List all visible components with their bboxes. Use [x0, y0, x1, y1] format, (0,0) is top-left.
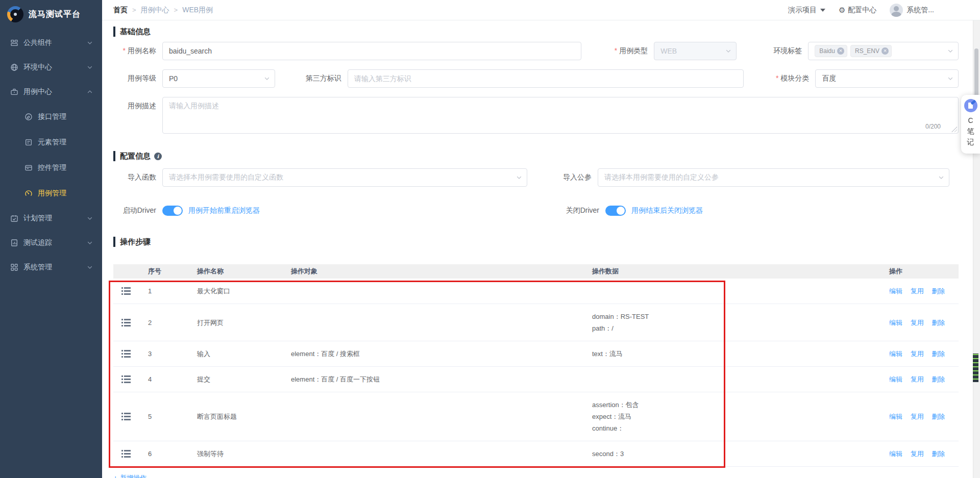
sidebar-item-plan-management[interactable]: 计划管理 — [0, 206, 102, 231]
app-logo: 流马测试平台 — [0, 0, 102, 29]
sidebar-item-common-components[interactable]: 公共组件 — [0, 31, 102, 55]
drag-handle-icon[interactable] — [121, 413, 138, 420]
sidebar-item-case-management[interactable]: 用例管理 — [0, 181, 102, 206]
chevron-down-icon — [264, 76, 270, 82]
add-step-button[interactable]: 新增操作 — [113, 473, 159, 478]
step-target — [286, 447, 587, 461]
section-basic-info: 基础信息 — [113, 26, 959, 38]
user-menu[interactable]: 系统管... — [890, 4, 934, 17]
gauge-icon — [24, 189, 33, 197]
drag-handle-icon[interactable] — [121, 287, 138, 295]
close-driver-toggle[interactable] — [605, 206, 626, 216]
import-params-label: 导入公参 — [527, 173, 598, 182]
breadcrumb-current: WEB用例 — [182, 6, 213, 15]
third-party-id-input[interactable] — [348, 69, 744, 88]
delete-link[interactable]: 删除 — [932, 450, 945, 458]
note-pen-icon — [964, 99, 977, 112]
app-logo-icon — [7, 6, 23, 22]
edit-link[interactable]: 编辑 — [889, 375, 902, 383]
drag-handle-icon[interactable] — [121, 375, 138, 383]
copy-link[interactable]: 复用 — [911, 350, 924, 358]
scrollbar-track[interactable] — [973, 20, 980, 478]
case-name-label: 用例名称 — [113, 46, 162, 56]
content: 基础信息 用例名称 用例类型 WEB 环境标签 Baidu — [102, 20, 980, 478]
close-driver-hint: 用例结束后关闭浏览器 — [631, 206, 703, 215]
briefcase-icon — [10, 88, 18, 96]
edit-link[interactable]: 编辑 — [889, 287, 902, 295]
env-tags-select[interactable]: Baidu RS_ENV — [808, 42, 959, 60]
step-target: element：百度 / 百度一下按钮 — [286, 367, 587, 392]
step-name: 提交 — [192, 367, 286, 392]
case-type-label: 用例类型 — [581, 46, 654, 56]
delete-link[interactable]: 删除 — [932, 413, 945, 420]
info-icon[interactable]: i — [154, 153, 162, 160]
sidebar-item-control-management[interactable]: 控件管理 — [0, 155, 102, 181]
components-icon — [10, 39, 18, 47]
copy-link[interactable]: 复用 — [911, 375, 924, 383]
step-no: 5 — [143, 404, 192, 429]
table-row: 1 最大化窗口 编辑 复用 删除 — [113, 279, 959, 304]
case-level-select[interactable]: P0 — [162, 69, 275, 88]
env-tags-label: 环境标签 — [737, 46, 808, 56]
tag-close-icon[interactable] — [837, 47, 844, 55]
copy-link[interactable]: 复用 — [911, 413, 924, 420]
sidebar-item-system-management[interactable]: 系统管理 — [0, 255, 102, 280]
edit-link[interactable]: 编辑 — [889, 350, 902, 358]
sidebar-item-element-management[interactable]: 元素管理 — [0, 130, 102, 155]
delete-link[interactable]: 删除 — [932, 375, 945, 383]
chevron-down-icon — [87, 264, 93, 270]
edit-link[interactable]: 编辑 — [889, 319, 902, 326]
import-params-select[interactable]: 请选择本用例需要使用的自定义公参 — [598, 168, 949, 187]
case-type-select[interactable]: WEB — [654, 42, 737, 60]
breadcrumb-case-center[interactable]: 用例中心 — [141, 6, 169, 15]
delete-link[interactable]: 删除 — [932, 287, 945, 295]
sidebar-item-test-tracking[interactable]: 测试追踪 — [0, 231, 102, 255]
drag-handle-icon[interactable] — [121, 350, 138, 358]
config-center-button[interactable]: ⚙ 配置中心 — [839, 6, 876, 15]
copy-link[interactable]: 复用 — [911, 450, 924, 458]
breadcrumb-home[interactable]: 首页 — [113, 6, 128, 15]
avatar — [890, 4, 903, 17]
config-center-label: 配置中心 — [848, 6, 876, 15]
step-no: 4 — [143, 367, 192, 392]
chevron-down-icon — [516, 174, 522, 181]
import-functions-select[interactable]: 请选择本用例需要使用的自定义函数 — [162, 168, 527, 187]
start-driver-toggle[interactable] — [162, 206, 183, 216]
chevron-down-icon — [87, 240, 93, 246]
caret-down-icon — [820, 9, 825, 12]
table-row: 2 打开网页 domain：RS-TEST path：/ 编辑 复用 删除 — [113, 304, 959, 341]
breadcrumb: 首页 > 用例中心 > WEB用例 — [113, 6, 213, 15]
chart-doc-icon — [10, 239, 18, 247]
delete-link[interactable]: 删除 — [932, 319, 945, 326]
chevron-down-icon — [938, 174, 944, 181]
case-name-input[interactable] — [162, 42, 581, 60]
copy-link[interactable]: 复用 — [911, 319, 924, 326]
header-data: 操作数据 — [587, 267, 876, 276]
step-target — [286, 316, 587, 329]
section-bar — [113, 237, 115, 247]
step-name: 强制等待 — [192, 441, 286, 466]
drag-handle-icon[interactable] — [121, 319, 138, 326]
form-row-imports: 导入函数 请选择本用例需要使用的自定义函数 导入公参 请选择本用例需要使用的自定… — [113, 168, 959, 187]
edit-link[interactable]: 编辑 — [889, 450, 902, 458]
edit-link[interactable]: 编辑 — [889, 413, 902, 420]
description-textarea[interactable] — [163, 97, 958, 133]
project-dropdown[interactable]: 演示项目 — [788, 6, 825, 15]
step-target: element：百度 / 搜索框 — [286, 341, 587, 366]
form-row-1: 用例名称 用例类型 WEB 环境标签 Baidu RS_E — [113, 42, 959, 60]
step-data: second：3 — [587, 441, 876, 466]
step-actions: 编辑 复用 删除 — [876, 367, 959, 392]
note-widget[interactable]: C笔记 — [961, 95, 980, 154]
delete-link[interactable]: 删除 — [932, 350, 945, 358]
module-select[interactable]: 百度 — [815, 69, 959, 88]
drag-handle-icon[interactable] — [121, 450, 138, 458]
scrollbar-extension-badge[interactable] — [971, 351, 980, 385]
main-area: 首页 > 用例中心 > WEB用例 演示项目 ⚙ 配置中心 系统管... — [102, 0, 980, 478]
copy-link[interactable]: 复用 — [911, 287, 924, 295]
sidebar-item-env-center[interactable]: 环境中心 — [0, 55, 102, 80]
sidebar-item-api-management[interactable]: 接口管理 — [0, 104, 102, 130]
step-no: 3 — [143, 341, 192, 366]
chevron-up-icon — [87, 89, 93, 95]
tag-close-icon[interactable] — [881, 47, 889, 55]
sidebar-item-case-center[interactable]: 用例中心 — [0, 80, 102, 104]
